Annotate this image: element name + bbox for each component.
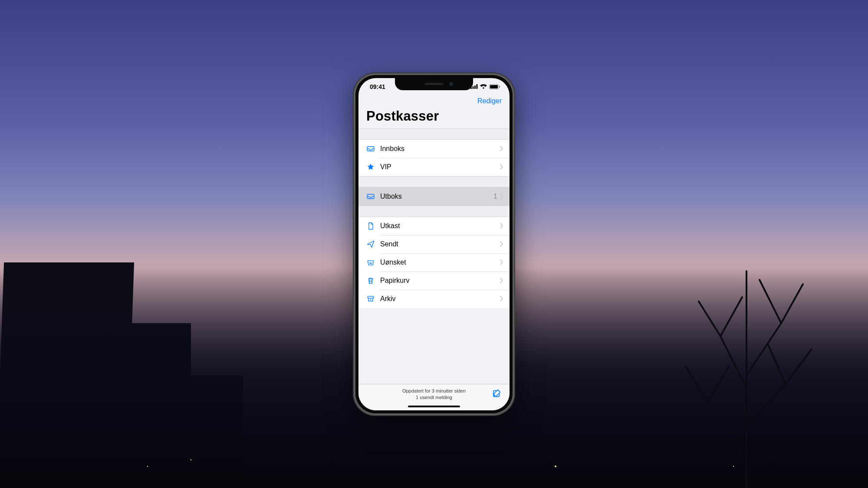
mailbox-label: Utkast <box>380 222 500 230</box>
mailbox-list[interactable]: Innboks VIP Utboks <box>358 128 510 384</box>
doc-icon <box>366 222 380 230</box>
junk-icon <box>366 258 380 267</box>
chevron-right-icon <box>500 146 503 151</box>
chevron-right-icon <box>500 296 503 301</box>
chevron-right-icon <box>500 278 503 283</box>
section-spacer <box>358 206 510 217</box>
mailbox-row-inbox[interactable]: Innboks <box>358 140 510 158</box>
notch <box>395 78 473 90</box>
sync-status-line1: Oppdatert for 3 minutter siden <box>402 388 466 394</box>
svg-rect-2 <box>474 85 476 89</box>
list-group: Utkast Sendt Uønsket <box>358 217 510 308</box>
svg-rect-6 <box>499 85 500 88</box>
mailbox-row-archive[interactable]: Arkiv <box>358 290 510 308</box>
page-title: Postkasser <box>358 108 510 128</box>
tray-icon <box>366 192 380 201</box>
compose-button[interactable] <box>492 389 502 398</box>
sync-status: Oppdatert for 3 minutter siden 1 usendt … <box>402 388 466 401</box>
sync-status-line2: 1 usendt melding <box>402 394 466 401</box>
plane-icon <box>366 240 380 249</box>
home-indicator[interactable] <box>408 406 460 407</box>
chevron-right-icon <box>500 164 503 170</box>
mailbox-count: 1 <box>493 193 497 200</box>
mailbox-label: Papirkurv <box>380 277 500 285</box>
wifi-icon <box>480 84 487 89</box>
status-time: 09:41 <box>370 83 385 90</box>
nav-bar: Rediger <box>358 95 510 108</box>
mailbox-row-drafts[interactable]: Utkast <box>358 217 510 235</box>
archive-icon <box>366 295 380 303</box>
mailbox-row-junk[interactable]: Uønsket <box>358 253 510 272</box>
mailbox-label: Arkiv <box>380 295 500 303</box>
chevron-right-icon <box>500 259 503 265</box>
backdrop-tree <box>638 236 855 488</box>
status-indicators <box>470 84 500 89</box>
mailbox-row-vip[interactable]: VIP <box>358 158 510 176</box>
phone-frame: 09:41 Rediger Postkasser Innboks <box>353 72 515 416</box>
mailbox-row-sent[interactable]: Sendt <box>358 235 510 253</box>
backdrop-building <box>156 375 243 488</box>
chevron-right-icon <box>500 193 503 199</box>
mailbox-label: Uønsket <box>380 259 500 266</box>
chevron-right-icon <box>500 241 503 247</box>
mailbox-label: Sendt <box>380 240 500 248</box>
tray-icon <box>366 144 380 153</box>
mailbox-row-outbox[interactable]: Utboks 1 <box>358 187 510 206</box>
section-spacer <box>358 128 510 140</box>
list-group: Innboks VIP <box>358 140 510 176</box>
star-icon <box>366 163 380 171</box>
trash-icon <box>366 276 380 285</box>
svg-rect-3 <box>477 84 478 89</box>
front-camera <box>449 82 453 86</box>
mailbox-label: Utboks <box>380 193 493 200</box>
battery-icon <box>489 84 500 89</box>
svg-rect-5 <box>490 85 498 88</box>
speaker-grille <box>424 83 444 85</box>
phone-screen: 09:41 Rediger Postkasser Innboks <box>358 78 510 410</box>
chevron-right-icon <box>500 223 503 229</box>
mailbox-row-trash[interactable]: Papirkurv <box>358 272 510 290</box>
list-group: Utboks 1 <box>358 187 510 206</box>
section-spacer <box>358 176 510 187</box>
svg-rect-1 <box>473 86 474 89</box>
mailbox-label: VIP <box>380 163 500 171</box>
mailbox-label: Innboks <box>380 145 500 153</box>
svg-rect-9 <box>368 296 373 298</box>
edit-button[interactable]: Rediger <box>477 97 502 105</box>
